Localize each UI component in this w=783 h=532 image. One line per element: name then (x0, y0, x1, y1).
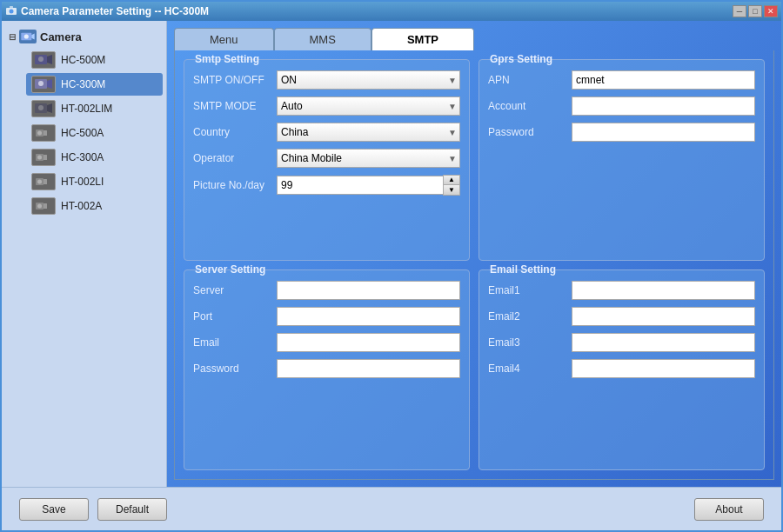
tab-smtp[interactable]: SMTP (371, 28, 474, 50)
camera-label-ht-002lim: HT-002LIM (61, 103, 112, 115)
server-password-input[interactable] (277, 359, 460, 378)
server-row: Server (193, 281, 460, 300)
gprs-setting-title: Gprs Setting (486, 53, 556, 65)
svg-point-4 (24, 34, 29, 38)
camera-item-hc-300m[interactable]: HC-300M (26, 73, 163, 96)
svg-point-7 (38, 57, 44, 62)
svg-marker-5 (31, 34, 34, 40)
server-label: Server (193, 284, 271, 296)
email3-input[interactable] (572, 333, 755, 352)
email1-label: Email1 (488, 284, 566, 296)
sidebar-root-label: Camera (40, 30, 82, 43)
country-label: Country (193, 126, 271, 138)
content-area: Smtp Setting SMTP ON/OFF ON OFF ▼ (174, 50, 774, 480)
about-button[interactable]: About (694, 498, 764, 521)
operator-row: Operator China Mobile China Unicom China… (193, 149, 460, 168)
default-button[interactable]: Default (97, 498, 167, 521)
svg-rect-26 (44, 203, 47, 209)
email1-input[interactable] (572, 281, 755, 300)
camera-item-ht-002lim[interactable]: HT-002LIM (26, 97, 163, 120)
picture-no-input[interactable] (277, 176, 443, 195)
tab-mms[interactable]: MMS (274, 28, 371, 50)
apn-input[interactable] (572, 70, 755, 90)
server-email-row: Email (193, 333, 460, 352)
email4-input[interactable] (572, 359, 755, 378)
camera-label-hc-300a: HC-300A (61, 151, 104, 163)
smtp-onoff-select[interactable]: ON OFF (277, 70, 460, 90)
picture-no-spinner-buttons: ▲ ▼ (443, 175, 460, 196)
email3-label: Email3 (488, 336, 566, 349)
camera-item-hc-300a[interactable]: HC-300A (26, 146, 163, 169)
server-password-label: Password (193, 362, 271, 375)
bottom-left-buttons: Save Default (19, 498, 167, 521)
smtp-mode-select[interactable]: Auto Manual (277, 96, 460, 116)
port-label: Port (193, 310, 271, 323)
cam-thumb-ht-002a (31, 197, 56, 215)
picture-no-spinner-wrapper: ▲ ▼ (277, 175, 460, 196)
gprs-password-label: Password (488, 126, 566, 138)
minimize-button[interactable]: ─ (733, 5, 746, 17)
account-label: Account (488, 100, 566, 112)
country-select[interactable]: China USA UK (277, 123, 460, 142)
cam-thumb-hc-500a (31, 124, 56, 142)
svg-point-13 (38, 105, 44, 110)
camera-item-hc-500m[interactable]: HC-500M (26, 49, 163, 71)
smtp-mode-select-wrapper: Auto Manual ▼ (277, 96, 460, 116)
svg-point-1 (10, 10, 14, 14)
close-button[interactable]: ✕ (764, 5, 778, 17)
picture-no-decrement-button[interactable]: ▼ (444, 185, 459, 195)
maximize-button[interactable]: □ (748, 5, 762, 17)
operator-label: Operator (193, 152, 271, 164)
cam-thumb-hc-500m (31, 51, 56, 69)
cam-thumb-hc-300m (31, 76, 56, 93)
tab-menu[interactable]: Menu (174, 28, 274, 50)
port-input[interactable] (277, 307, 460, 326)
picture-no-row: Picture No./day ▲ ▼ (193, 175, 460, 196)
tree-root: ⊟ Camera (5, 28, 163, 45)
port-row: Port (193, 307, 460, 326)
account-input[interactable] (572, 96, 755, 116)
gprs-setting-panel: Gprs Setting APN Account Password (478, 59, 765, 261)
email2-row: Email2 (488, 307, 755, 326)
title-bar-controls: ─ □ ✕ (733, 5, 778, 17)
smtp-onoff-select-wrapper: ON OFF ▼ (277, 70, 460, 90)
email-setting-panel: Email Setting Email1 Email2 Email3 (478, 269, 765, 471)
picture-no-label: Picture No./day (193, 179, 271, 191)
gprs-password-input[interactable] (572, 123, 755, 142)
save-button[interactable]: Save (19, 498, 89, 521)
camera-item-ht-002a[interactable]: HT-002A (26, 195, 163, 217)
smtp-onoff-row: SMTP ON/OFF ON OFF ▼ (193, 70, 460, 90)
email2-label: Email2 (488, 310, 566, 323)
server-email-input[interactable] (277, 333, 460, 352)
tree-expand-icon[interactable]: ⊟ (9, 32, 16, 42)
svg-point-10 (38, 81, 44, 86)
smtp-setting-panel: Smtp Setting SMTP ON/OFF ON OFF ▼ (184, 59, 470, 261)
smtp-mode-row: SMTP MODE Auto Manual ▼ (193, 96, 460, 116)
email-setting-title: Email Setting (486, 263, 559, 276)
title-bar-left: Camera Parameter Setting -- HC-300M (5, 5, 209, 17)
bottom-bar: Save Default About (2, 487, 781, 530)
server-input[interactable] (277, 281, 460, 300)
picture-no-increment-button[interactable]: ▲ (444, 176, 459, 185)
camera-label-hc-500m: HC-500M (61, 54, 105, 66)
cam-thumb-ht-002li (31, 173, 56, 190)
window-title: Camera Parameter Setting -- HC-300M (21, 5, 209, 17)
email2-input[interactable] (572, 307, 755, 326)
svg-marker-11 (47, 79, 52, 89)
svg-point-16 (37, 131, 42, 136)
smtp-onoff-label: SMTP ON/OFF (193, 74, 271, 86)
gprs-password-row: Password (488, 123, 755, 142)
operator-select[interactable]: China Mobile China Unicom China Telecom (277, 149, 460, 168)
camera-item-hc-500a[interactable]: HC-500A (26, 122, 163, 144)
top-panels-row: Smtp Setting SMTP ON/OFF ON OFF ▼ (184, 59, 765, 261)
camera-root-icon (19, 30, 37, 43)
operator-select-wrapper: China Mobile China Unicom China Telecom … (277, 149, 460, 168)
main-window: Camera Parameter Setting -- HC-300M ─ □ … (0, 0, 783, 532)
svg-rect-20 (44, 155, 47, 160)
camera-item-ht-002li[interactable]: HT-002LI (26, 170, 163, 193)
server-email-label: Email (193, 336, 271, 349)
server-setting-title: Server Setting (191, 263, 269, 276)
sidebar: ⊟ Camera (2, 21, 167, 487)
svg-rect-2 (10, 6, 13, 8)
apn-row: APN (488, 70, 755, 90)
